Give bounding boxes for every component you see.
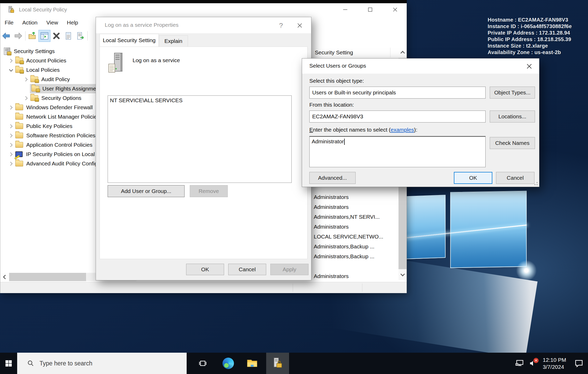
- service-policy-icon: [108, 53, 126, 75]
- start-button[interactable]: [0, 353, 17, 374]
- search-box[interactable]: Type here to search: [17, 353, 187, 374]
- list-item[interactable]: Administrators,NT SERVI...: [312, 212, 398, 222]
- close-icon[interactable]: [524, 61, 535, 72]
- member-item[interactable]: NT SERVICE\ALL SERVICES: [108, 96, 291, 105]
- column-separator: [390, 48, 390, 57]
- add-user-or-group-button[interactable]: Add User or Group...: [108, 185, 185, 197]
- chevron-right-icon[interactable]: [7, 159, 15, 168]
- export-folder-icon[interactable]: [27, 30, 38, 42]
- local-security-policy-icon: [8, 6, 15, 14]
- minimize-button[interactable]: [336, 3, 354, 16]
- check-names-button[interactable]: Check Names: [490, 137, 535, 149]
- menu-view[interactable]: View: [42, 20, 62, 26]
- resize-grip[interactable]: [534, 182, 538, 185]
- search-placeholder: Type here to search: [40, 360, 92, 367]
- object-type-label: Select this object type:: [309, 78, 364, 84]
- chevron-right-icon[interactable]: [22, 93, 30, 103]
- chevron-right-icon[interactable]: [7, 56, 15, 65]
- list-item[interactable]: Administrators: [312, 192, 398, 202]
- list-item[interactable]: Administrators: [312, 202, 398, 212]
- members-listbox[interactable]: NT SERVICE\ALL SERVICES: [108, 95, 292, 183]
- column-header-security-setting[interactable]: Security Setting: [312, 47, 398, 59]
- delete-icon[interactable]: [50, 30, 62, 42]
- ok-button[interactable]: OK: [186, 264, 224, 275]
- network-icon[interactable]: [513, 359, 526, 368]
- chevron-right-icon[interactable]: [7, 150, 15, 159]
- folder-icon: [15, 161, 23, 166]
- scroll-up-arrow-icon[interactable]: [398, 47, 407, 58]
- cancel-button[interactable]: Cancel: [496, 172, 534, 184]
- cancel-button[interactable]: Cancel: [228, 264, 266, 275]
- console-window-icon[interactable]: [38, 30, 50, 42]
- help-icon[interactable]: ?: [276, 20, 286, 31]
- tab-explain[interactable]: Explain: [159, 35, 188, 47]
- folder-lock-icon: [31, 86, 39, 92]
- tab-local-security-setting[interactable]: Local Security Setting: [100, 34, 159, 47]
- search-icon: [27, 360, 34, 367]
- chevron-right-icon[interactable]: [22, 75, 30, 84]
- location-field[interactable]: EC2AMAZ-FAN98V3: [309, 111, 486, 122]
- mmc-titlebar[interactable]: Local Security Policy: [0, 3, 407, 17]
- list-item[interactable]: LOCAL SERVICE,NETWO...: [312, 232, 398, 242]
- tree-item-label: Security Options: [41, 95, 81, 101]
- clock[interactable]: 12:10 PM 3/7/2024: [539, 356, 570, 370]
- action-center-icon[interactable]: [570, 359, 588, 368]
- chevron-right-icon[interactable]: [7, 140, 15, 150]
- menu-file[interactable]: File: [0, 20, 18, 26]
- object-type-field[interactable]: Users or Built-in security principals: [309, 87, 486, 99]
- host-info-line: Hostname : EC2AMAZ-FAN98V3: [488, 17, 572, 23]
- tab-page: Log on as a service NT SERVICE\ALL SERVI…: [100, 47, 308, 259]
- object-names-value: Administrator: [312, 138, 344, 144]
- advanced-button[interactable]: Advanced...: [309, 172, 356, 184]
- object-types-button[interactable]: Object Types...: [490, 87, 535, 99]
- toolbar-separator: [87, 31, 88, 41]
- folder-icon: [15, 105, 23, 110]
- close-button[interactable]: [386, 3, 404, 16]
- folder-icon: [15, 114, 23, 120]
- menu-help[interactable]: Help: [62, 20, 82, 26]
- window-title: Local Security Policy: [19, 7, 67, 13]
- forward-icon[interactable]: [12, 30, 24, 42]
- system-tray: ✕ 12:10 PM 3/7/2024: [513, 353, 588, 374]
- computer-key-icon: [15, 151, 23, 157]
- scrollbar-thumb[interactable]: [9, 273, 86, 281]
- taskbar: Type here to search ✕ 12:10 PM 3/7/2024: [0, 353, 588, 374]
- folder-lock-icon: [15, 58, 23, 63]
- tree-item-label: Windows Defender Firewall: [26, 104, 93, 111]
- scroll-down-arrow-icon[interactable]: [398, 269, 407, 280]
- select-users-or-groups-dialog: Select Users or Groups Select this objec…: [302, 58, 539, 187]
- ok-button[interactable]: OK: [454, 172, 492, 184]
- task-view-button[interactable]: [193, 353, 213, 374]
- chevron-spacer: [7, 112, 15, 121]
- scroll-left-arrow-icon[interactable]: [0, 273, 9, 281]
- chevron-right-icon[interactable]: [7, 103, 15, 112]
- menu-action[interactable]: Action: [18, 20, 42, 26]
- text-caret: [344, 139, 345, 145]
- back-icon[interactable]: [0, 30, 12, 42]
- maximize-button[interactable]: [361, 3, 379, 16]
- object-names-input[interactable]: Administrator: [309, 136, 486, 167]
- locations-button[interactable]: EC2AMAZ-FAN98V3Locations...: [490, 111, 535, 122]
- local-security-policy-taskbar-icon[interactable]: [266, 353, 289, 374]
- tree-item-label: User Rights Assignment: [42, 86, 101, 92]
- list-item[interactable]: Administrators,Backup ...: [312, 252, 398, 261]
- list-item[interactable]: Administrators: [312, 271, 398, 281]
- export-list-icon[interactable]: [74, 30, 86, 42]
- examples-link[interactable]: examples: [391, 127, 414, 133]
- host-info-line: Instance ID : i-065a48f5730882f6e: [488, 23, 572, 30]
- properties-doc-icon[interactable]: [62, 30, 74, 42]
- edge-icon[interactable]: [218, 353, 238, 374]
- dialog-titlebar[interactable]: Select Users or Groups: [302, 59, 539, 74]
- dialog-titlebar[interactable]: Log on as a service Properties ?: [96, 17, 311, 33]
- chevron-down-icon[interactable]: [7, 65, 15, 75]
- file-explorer-icon[interactable]: [242, 353, 262, 374]
- list-item[interactable]: Administrators,Backup ...: [312, 242, 398, 252]
- close-icon[interactable]: [294, 20, 305, 31]
- volume-muted-icon[interactable]: ✕: [526, 359, 539, 367]
- list-item[interactable]: Administrators: [312, 222, 398, 232]
- status-bar: [0, 282, 407, 293]
- status-bar-separator: [362, 283, 362, 292]
- chevron-right-icon[interactable]: [7, 121, 15, 131]
- list-item[interactable]: [312, 261, 398, 271]
- chevron-right-icon[interactable]: [7, 131, 15, 140]
